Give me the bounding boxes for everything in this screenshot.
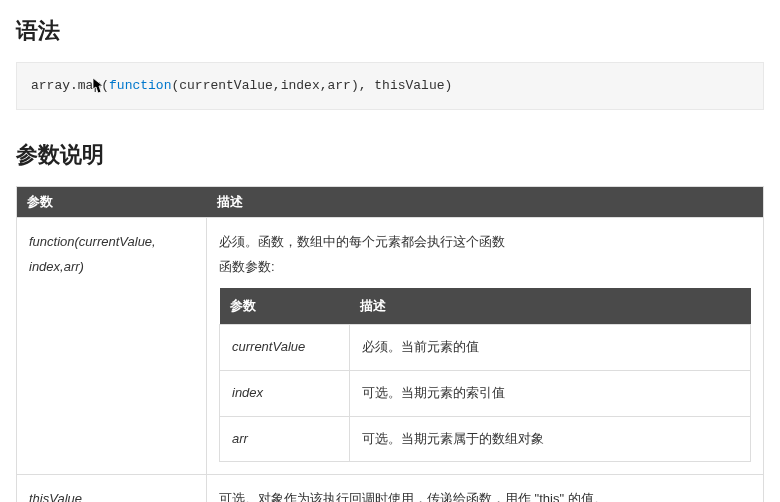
col-desc: 描述 xyxy=(207,187,764,218)
param-name: thisValue xyxy=(17,475,207,502)
code-open: ( xyxy=(101,78,109,93)
desc-line: 必须。函数，数组中的每个元素都会执行这个函数 xyxy=(219,230,751,255)
inner-param-name: index xyxy=(220,370,350,416)
inner-col-desc: 描述 xyxy=(350,288,751,325)
params-heading: 参数说明 xyxy=(16,140,764,170)
table-row: function(currentValue, index,arr) 必须。函数，… xyxy=(17,218,764,475)
table-row: currentValue 必须。当前元素的值 xyxy=(220,325,751,371)
table-row: thisValue 可选。对象作为该执行回调时使用，传递给函数，用作 "this… xyxy=(17,475,764,502)
syntax-heading: 语法 xyxy=(16,16,764,46)
desc-line: 函数参数: xyxy=(219,255,751,280)
param-desc: 可选。对象作为该执行回调时使用，传递给函数，用作 "this" 的值。 如果省略… xyxy=(207,475,764,502)
table-row: arr 可选。当期元素属于的数组对象 xyxy=(220,416,751,462)
param-name: function(currentValue, index,arr) xyxy=(17,218,207,475)
param-desc: 必须。函数，数组中的每个元素都会执行这个函数 函数参数: 参数 描述 curre… xyxy=(207,218,764,475)
inner-params-table: 参数 描述 currentValue 必须。当前元素的值 index 可选。当期… xyxy=(219,288,751,463)
syntax-codebox: array.map(function(currentValue,index,ar… xyxy=(16,62,764,110)
code-keyword: function xyxy=(109,78,171,93)
code-pre: array. xyxy=(31,78,78,93)
inner-param-desc: 可选。当期元素属于的数组对象 xyxy=(350,416,751,462)
col-param: 参数 xyxy=(17,187,207,218)
desc-line: 可选。对象作为该执行回调时使用，传递给函数，用作 "this" 的值。 xyxy=(219,487,751,502)
code-method: map xyxy=(78,78,101,93)
code-rest: (currentValue,index,arr), thisValue) xyxy=(171,78,452,93)
params-table: 参数 描述 function(currentValue, index,arr) … xyxy=(16,186,764,502)
inner-param-desc: 可选。当期元素的索引值 xyxy=(350,370,751,416)
inner-col-param: 参数 xyxy=(220,288,350,325)
inner-param-name: currentValue xyxy=(220,325,350,371)
inner-param-desc: 必须。当前元素的值 xyxy=(350,325,751,371)
inner-param-name: arr xyxy=(220,416,350,462)
table-row: index 可选。当期元素的索引值 xyxy=(220,370,751,416)
